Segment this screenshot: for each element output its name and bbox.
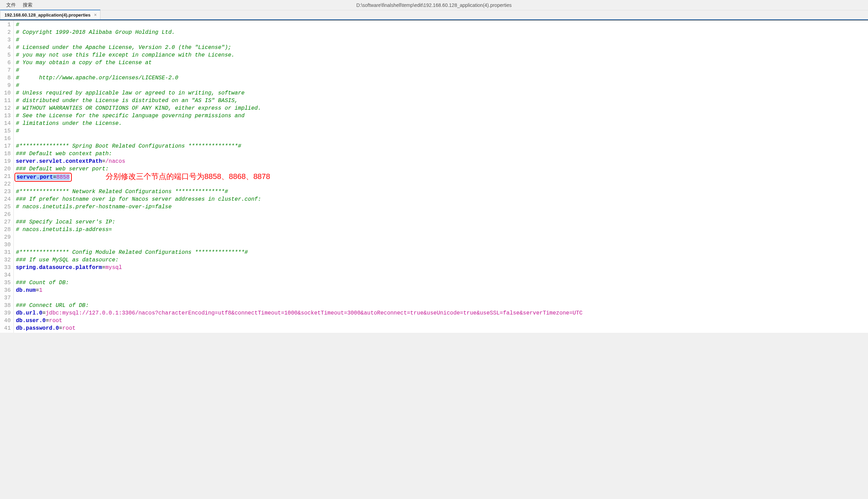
code-line[interactable]: # [16, 82, 868, 89]
menu-file[interactable]: 文件 [3, 1, 19, 10]
line-number: 13 [0, 112, 11, 120]
code-line[interactable]: ### Count of DB: [16, 279, 868, 287]
code-line[interactable]: # Licensed under the Apache License, Ver… [16, 44, 868, 51]
code-line[interactable] [16, 135, 868, 142]
property-value: root [49, 318, 62, 324]
code-line[interactable]: ### Default web server port: [16, 165, 868, 173]
code-line[interactable]: # You may obtain a copy of the License a… [16, 59, 868, 67]
property-value: jdbc:mysql://127.0.0.1:3306/nacos?charac… [46, 310, 582, 316]
code-line[interactable]: # WITHOUT WARRANTIES OR CONDITIONS OF AN… [16, 104, 868, 112]
code-line[interactable]: # [16, 67, 868, 74]
comment-text: # distributed under the License is distr… [16, 98, 238, 104]
code-line[interactable]: #*************** Spring Boot Related Con… [16, 142, 868, 150]
tab-active[interactable]: 192.168.60.128_application(4).properties… [0, 10, 100, 19]
code-line[interactable]: ### Specify local server's IP: [16, 218, 868, 226]
comment-text: # Copyright 1999-2018 Alibaba Group Hold… [16, 29, 175, 36]
property-key: db.user.0 [16, 318, 46, 324]
code-editor[interactable]: 1234567891011121314151617181920212223242… [0, 20, 868, 333]
equals-sign: = [46, 318, 49, 324]
code-line[interactable]: spring.datasource.platform=mysql [16, 264, 868, 271]
line-number: 33 [0, 264, 11, 271]
line-number: 22 [0, 180, 11, 188]
equals-sign: = [36, 287, 39, 293]
equals-sign: = [102, 265, 106, 271]
code-line[interactable]: db.user.0=root [16, 317, 868, 325]
code-line[interactable]: server.port=8858分别修改三个节点的端口号为8858、8868、8… [16, 173, 868, 180]
code-line[interactable]: # distributed under the License is distr… [16, 97, 868, 104]
comment-text: # http://www.apache.org/licenses/LICENSE… [16, 75, 178, 81]
code-line[interactable]: # http://www.apache.org/licenses/LICENSE… [16, 74, 868, 82]
line-number: 9 [0, 82, 11, 89]
comment-text: # Licensed under the Apache License, Ver… [16, 44, 231, 51]
line-number: 7 [0, 67, 11, 74]
code-line[interactable] [16, 241, 868, 249]
code-line[interactable]: ### Default web context path: [16, 150, 868, 158]
line-number: 39 [0, 309, 11, 317]
comment-text: # WITHOUT WARRANTIES OR CONDITIONS OF AN… [16, 105, 261, 111]
code-line[interactable]: #*************** Config Module Related C… [16, 249, 868, 256]
code-line[interactable]: # Copyright 1999-2018 Alibaba Group Hold… [16, 29, 868, 36]
comment-text: # you may not use this file except in co… [16, 52, 235, 58]
code-line[interactable]: ### If use MySQL as datasource: [16, 256, 868, 264]
code-line[interactable]: # you may not use this file except in co… [16, 51, 868, 59]
code-line[interactable]: # See the License for the specific langu… [16, 112, 868, 120]
code-line[interactable] [16, 233, 868, 241]
comment-text: #*************** Network Related Configu… [16, 189, 228, 195]
line-number: 6 [0, 59, 11, 67]
comment-text: #*************** Spring Boot Related Con… [16, 143, 241, 149]
line-number: 35 [0, 279, 11, 287]
close-icon[interactable]: × [94, 12, 97, 18]
comment-text: # Unless required by applicable law or a… [16, 90, 245, 96]
code-line[interactable]: ### Connect URL of DB: [16, 302, 868, 309]
code-area[interactable]: ## Copyright 1999-2018 Alibaba Group Hol… [14, 20, 868, 333]
code-line[interactable]: # [16, 21, 868, 29]
code-line[interactable] [16, 294, 868, 302]
code-line[interactable]: server.servlet.contextPath=/nacos [16, 158, 868, 165]
code-line[interactable]: # [16, 127, 868, 135]
line-number: 28 [0, 226, 11, 233]
code-line[interactable]: # limitations under the License. [16, 120, 868, 127]
code-line[interactable]: #*************** Network Related Configu… [16, 188, 868, 196]
property-key: db.password.0 [16, 325, 59, 331]
code-line[interactable]: # Unless required by applicable law or a… [16, 89, 868, 97]
line-number: 27 [0, 218, 11, 226]
line-number: 26 [0, 211, 11, 218]
menu-search[interactable]: 搜索 [19, 1, 36, 10]
line-number: 31 [0, 249, 11, 256]
line-number: 24 [0, 196, 11, 203]
code-line[interactable]: db.num=1 [16, 287, 868, 294]
comment-text: # limitations under the License. [16, 120, 122, 127]
line-number: 41 [0, 325, 11, 332]
line-number: 29 [0, 233, 11, 241]
code-line[interactable]: # nacos.inetutils.prefer-hostname-over-i… [16, 203, 868, 211]
line-number: 20 [0, 165, 11, 173]
code-line[interactable]: # [16, 36, 868, 44]
code-line[interactable] [16, 211, 868, 218]
tab-bar: 192.168.60.128_application(4).properties… [0, 10, 868, 20]
property-key: db.url.0 [16, 310, 42, 316]
property-key: server.servlet.contextPath [16, 158, 102, 164]
line-number: 30 [0, 241, 11, 249]
line-number: 23 [0, 188, 11, 196]
comment-text: ### If use MySQL as datasource: [16, 257, 119, 263]
property-value: mysql [105, 265, 122, 271]
code-line[interactable] [16, 271, 868, 279]
code-line[interactable] [16, 180, 868, 188]
property-value: /nacos [105, 158, 125, 164]
comment-text: # [16, 22, 19, 28]
code-line[interactable]: # nacos.inetutils.ip-address= [16, 226, 868, 233]
code-line[interactable]: ### If prefer hostname over ip for Nacos… [16, 196, 868, 203]
property-value: 8858 [56, 174, 69, 180]
line-number: 18 [0, 150, 11, 158]
line-number: 4 [0, 44, 11, 51]
code-line[interactable]: db.password.0=root [16, 325, 868, 332]
code-line[interactable]: db.url.0=jdbc:mysql://127.0.0.1:3306/nac… [16, 309, 868, 317]
property-key: server.port [17, 174, 53, 180]
window-title-path: D:\software\finalshell\temp\edit\192.168… [357, 2, 512, 8]
comment-text: ### Count of DB: [16, 280, 69, 286]
line-number: 15 [0, 127, 11, 135]
line-number: 38 [0, 302, 11, 309]
line-number: 5 [0, 51, 11, 59]
property-key: spring.datasource.platform [16, 265, 102, 271]
comment-text: # You may obtain a copy of the License a… [16, 60, 152, 66]
